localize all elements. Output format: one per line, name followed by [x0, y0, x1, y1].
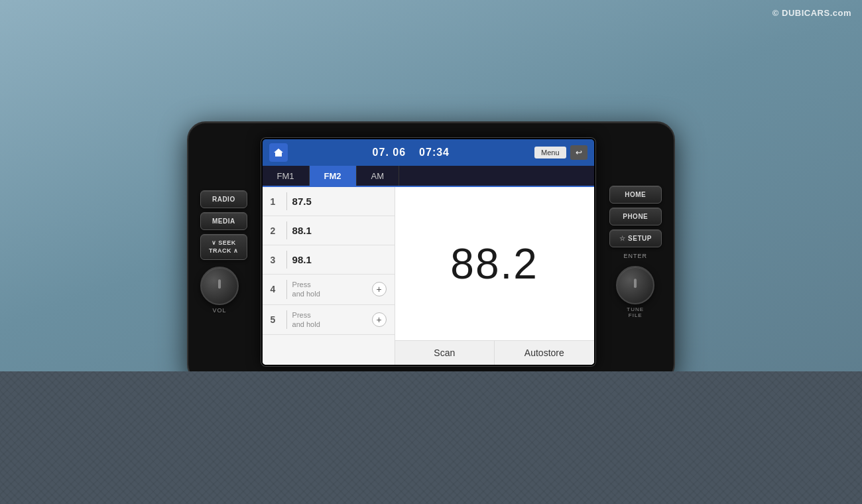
tab-am[interactable]: AM — [357, 166, 400, 186]
preset-item-2[interactable]: 2 88.1 — [263, 216, 395, 245]
setup-label: SETUP — [628, 235, 652, 242]
tune-knob[interactable] — [616, 266, 654, 304]
right-panel: 88.2 Scan Autostore — [395, 187, 594, 365]
divider-2 — [286, 221, 287, 239]
add-button-5[interactable]: + — [372, 312, 387, 327]
preset-press-5: Pressand hold — [292, 310, 367, 330]
media-button[interactable]: MEDIA — [200, 212, 247, 230]
right-controls: HOME PHONE ☆ SETUP ENTER TUNEFILE — [609, 186, 662, 318]
preset-num-4: 4 — [271, 284, 281, 294]
preset-num-3: 3 — [271, 255, 281, 265]
preset-num-5: 5 — [271, 314, 281, 325]
preset-press-4: Pressand hold — [292, 280, 367, 299]
dashboard: © DUBICARS.com RADIO MEDIA ∨ SEEKTRACK ∧… — [0, 0, 862, 504]
autostore-button[interactable]: Autostore — [495, 341, 594, 365]
screen-container: 07. 06 07:34 Menu ↩ FM1 FM2 AM — [261, 137, 596, 367]
head-unit: RADIO MEDIA ∨ SEEKTRACK ∧ VOL — [187, 121, 675, 383]
home-icon — [273, 147, 284, 158]
content-area: 1 87.5 2 88.1 3 98.1 — [263, 187, 594, 365]
preset-item-3[interactable]: 3 98.1 — [263, 245, 395, 275]
home-icon-button[interactable] — [269, 143, 288, 162]
vol-knob-row: VOL — [200, 267, 247, 314]
preset-freq-3: 98.1 — [292, 254, 312, 265]
preset-item-4[interactable]: 4 Pressand hold + — [263, 275, 395, 305]
scan-button[interactable]: Scan — [395, 341, 495, 365]
enter-label: ENTER — [609, 253, 662, 259]
vol-knob[interactable] — [200, 267, 239, 305]
preset-num-2: 2 — [271, 225, 281, 236]
top-bar-center: 07. 06 07:34 — [296, 147, 526, 158]
left-controls: RADIO MEDIA ∨ SEEKTRACK ∧ VOL — [200, 190, 247, 314]
top-date: 07. 06 — [373, 147, 406, 158]
tab-bar: FM1 FM2 AM — [263, 166, 594, 187]
tune-file-label: TUNEFILE — [627, 306, 644, 318]
setup-button[interactable]: ☆ SETUP — [609, 229, 662, 247]
add-button-4[interactable]: + — [372, 282, 387, 296]
bottom-buttons: Scan Autostore — [395, 340, 594, 365]
star-icon: ☆ — [619, 235, 626, 242]
divider-4 — [286, 280, 287, 299]
tab-spacer — [399, 166, 594, 186]
tab-fm2[interactable]: FM2 — [310, 166, 357, 186]
preset-item-5[interactable]: 5 Pressand hold + — [263, 305, 395, 336]
tab-fm1[interactable]: FM1 — [263, 166, 310, 186]
top-bar: 07. 06 07:34 Menu ↩ — [263, 139, 594, 166]
preset-freq-2: 88.1 — [292, 225, 312, 236]
top-time: 07:34 — [419, 147, 450, 158]
preset-list: 1 87.5 2 88.1 3 98.1 — [263, 187, 395, 365]
divider-5 — [286, 310, 287, 330]
radio-button[interactable]: RADIO — [200, 190, 247, 208]
back-button[interactable]: ↩ — [570, 145, 587, 160]
seek-track-button[interactable]: ∨ SEEKTRACK ∧ — [200, 234, 247, 260]
preset-num-1: 1 — [271, 196, 281, 207]
screen: 07. 06 07:34 Menu ↩ FM1 FM2 AM — [263, 139, 594, 365]
freq-number: 88.2 — [450, 239, 538, 288]
top-right: Menu ↩ — [534, 145, 587, 160]
divider-3 — [286, 251, 287, 269]
preset-item-1[interactable]: 1 87.5 — [263, 187, 395, 216]
preset-freq-1: 87.5 — [292, 196, 312, 207]
menu-button[interactable]: Menu — [534, 147, 566, 158]
right-knob-section: TUNEFILE — [609, 266, 662, 318]
freq-display: 88.2 — [395, 187, 594, 340]
watermark: © DUBICARS.com — [772, 8, 851, 18]
divider-1 — [286, 192, 287, 210]
phone-button[interactable]: PHONE — [609, 208, 662, 225]
vol-label: VOL — [213, 307, 227, 314]
home-button[interactable]: HOME — [609, 186, 662, 204]
svg-marker-0 — [274, 149, 283, 157]
